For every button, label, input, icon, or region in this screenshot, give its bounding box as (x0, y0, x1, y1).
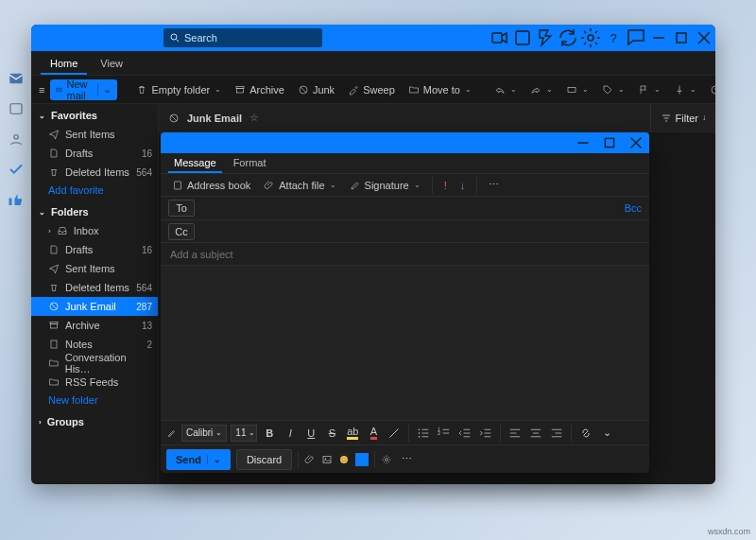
more-button[interactable]: ⋯ (485, 175, 503, 196)
bold-button[interactable]: B (261, 425, 278, 442)
outdent-button[interactable] (456, 425, 473, 442)
size-select[interactable]: 11⌄ (231, 425, 257, 442)
thumbs-app-icon[interactable] (8, 191, 25, 208)
filter-button[interactable]: Filter ↓ (650, 104, 706, 131)
new-mail-button[interactable]: New mail ⌄ (50, 79, 117, 100)
bullets-button[interactable] (415, 425, 432, 442)
brush-icon[interactable] (166, 427, 178, 439)
cc-input[interactable] (202, 224, 642, 239)
emoji-icon[interactable] (338, 454, 350, 465)
quicksteps-icon[interactable] (534, 25, 557, 51)
importance-high-button[interactable]: ! (440, 175, 451, 196)
settings-icon[interactable] (579, 25, 602, 51)
reply-button[interactable]: ⌄ (490, 79, 521, 100)
align-right-button[interactable] (548, 425, 565, 442)
strike-button[interactable]: S (323, 425, 340, 442)
groups-header[interactable]: ›Groups (31, 412, 158, 431)
address-book-button[interactable]: Address book (168, 175, 254, 196)
tab-format[interactable]: Format (228, 153, 272, 173)
calendar-app-icon[interactable] (8, 100, 25, 117)
to-input[interactable] (202, 200, 617, 216)
star-icon[interactable]: ☆ (249, 112, 259, 124)
add-favorite-link[interactable]: Add favorite (31, 182, 158, 199)
forward-button[interactable]: ⌄ (526, 79, 557, 100)
list-header: Junk Email ☆ Filter ↓ (159, 104, 715, 132)
tab-view[interactable]: View (91, 53, 132, 75)
favorites-header[interactable]: ⌄Favorites (31, 106, 158, 125)
send-button[interactable]: Send ⌄ (166, 449, 231, 470)
meet-now-icon[interactable] (489, 25, 511, 51)
link-button[interactable] (577, 425, 594, 442)
tab-home[interactable]: Home (41, 53, 87, 75)
folders-header[interactable]: ⌄Folders (31, 202, 158, 221)
sidebar-item-archive[interactable]: Archive13 (31, 316, 158, 335)
moveto-button[interactable]: Move to⌄ (404, 79, 475, 100)
minimize-icon[interactable] (647, 25, 670, 51)
feedback-icon[interactable] (625, 25, 647, 51)
new-folder-link[interactable]: New folder (31, 392, 158, 409)
fontcolor-button[interactable]: A (365, 425, 382, 442)
close-icon[interactable] (623, 132, 649, 153)
chevron-down-icon[interactable]: ⌄ (97, 83, 112, 96)
chevron-down-icon[interactable]: ⌄ (598, 425, 615, 442)
sidebar-item-inbox[interactable]: ›Inbox (31, 221, 158, 240)
tab-message[interactable]: Message (168, 153, 222, 173)
editor-body[interactable] (161, 266, 649, 420)
gear-icon[interactable] (381, 454, 392, 465)
cc-button[interactable]: Cc (168, 223, 195, 240)
draft-icon (48, 148, 60, 159)
sweep-button[interactable]: Sweep (344, 79, 399, 100)
tag-button[interactable]: ⌄ (598, 79, 628, 100)
highlight-button[interactable]: ab (344, 425, 361, 442)
empty-folder-button[interactable]: Empty folder⌄ (132, 79, 225, 100)
align-left-button[interactable] (507, 425, 524, 442)
sidebar-item-drafts-f[interactable]: Drafts16 (31, 240, 158, 259)
help-icon[interactable]: ? (602, 25, 625, 51)
archive-button[interactable]: Archive (231, 79, 288, 100)
bcc-link[interactable]: Bcc (625, 202, 642, 214)
sync-icon[interactable] (557, 25, 579, 51)
font-select[interactable]: Calibri⌄ (181, 425, 227, 442)
sidebar-item-rss[interactable]: RSS Feeds (31, 373, 158, 392)
close-icon[interactable] (693, 25, 715, 51)
sidebar-item-junk[interactable]: Junk Email287 (31, 297, 158, 316)
sidebar-item-convhist[interactable]: Conversation His… (31, 354, 158, 373)
hamburger-icon[interactable]: ≡ (39, 84, 44, 96)
more-button[interactable]: ⋯ (398, 453, 416, 465)
attach-file-button[interactable]: Attach file⌄ (260, 175, 339, 196)
teams-icon[interactable] (511, 25, 534, 51)
clear-format-button[interactable] (386, 425, 403, 442)
flag-button[interactable]: ⌄ (634, 79, 664, 100)
pin-button[interactable]: ⌄ (670, 79, 700, 100)
image-icon[interactable] (321, 454, 333, 465)
mail-app-icon[interactable] (8, 70, 25, 87)
readunread-button[interactable]: ⌄ (562, 79, 593, 100)
numbering-button[interactable]: 12 (436, 425, 453, 442)
subject-input[interactable] (170, 249, 640, 260)
svg-rect-1 (10, 104, 22, 114)
underline-button[interactable]: U (302, 425, 319, 442)
align-center-button[interactable] (527, 425, 544, 442)
minimize-icon[interactable] (570, 132, 596, 153)
sidebar-item-drafts[interactable]: Drafts16 (31, 144, 158, 163)
sidebar-item-sent-f[interactable]: Sent Items (31, 259, 158, 278)
signature-button[interactable]: Signature⌄ (346, 175, 424, 196)
maximize-icon[interactable] (670, 25, 693, 51)
sidebar-item-notes[interactable]: Notes2 (31, 335, 158, 354)
sidebar-item-deleted[interactable]: Deleted Items564 (31, 163, 158, 182)
sidebar-item-deleted-f[interactable]: Deleted Items564 (31, 278, 158, 297)
attach-icon[interactable] (304, 454, 316, 465)
importance-low-button[interactable]: ↓ (456, 175, 470, 196)
todo-app-icon[interactable] (8, 161, 25, 178)
sidebar-item-sent[interactable]: Sent Items (31, 125, 158, 144)
junk-button[interactable]: Junk (294, 79, 338, 100)
to-button[interactable]: To (168, 200, 195, 217)
indent-button[interactable] (477, 425, 494, 442)
people-app-icon[interactable] (8, 131, 25, 148)
italic-button[interactable]: I (282, 425, 299, 442)
snooze-button[interactable]: ⌄ (706, 79, 715, 100)
discard-button[interactable]: Discard (236, 449, 292, 470)
maximize-icon[interactable] (596, 132, 623, 153)
search-box[interactable]: Search (163, 28, 322, 47)
app-square-icon[interactable] (355, 453, 369, 466)
